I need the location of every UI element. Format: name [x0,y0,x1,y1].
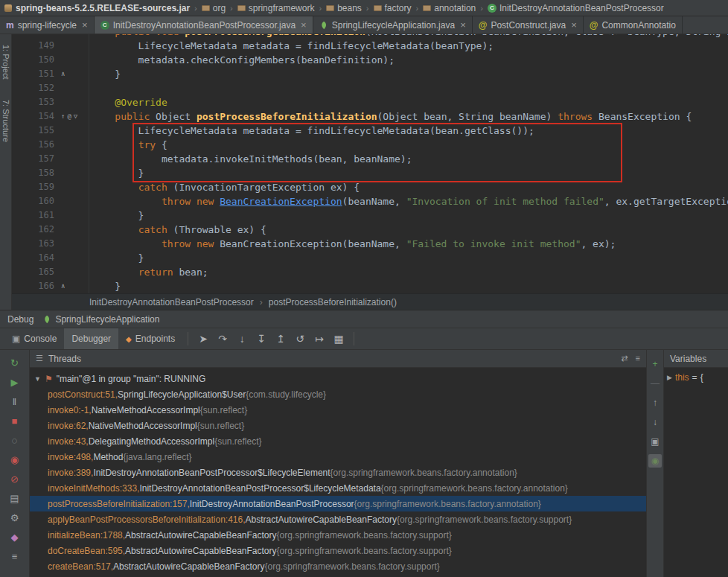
editor-gutter[interactable]: 154↑@▽ [12,109,89,124]
settings-button[interactable]: ⚙ [8,511,22,524]
stop-button[interactable]: ■ [8,414,22,427]
switch-view-icon[interactable]: ⇄ [621,354,628,363]
step-over-button[interactable]: ↷ [213,333,232,345]
breadcrumb-method[interactable]: postProcessBeforeInitialization() [269,297,397,307]
code-text[interactable]: } [89,251,728,265]
debugger-view-tab-endpoints[interactable]: ◆Endpoints [118,328,182,349]
breadcrumb-item[interactable]: beans [326,3,362,13]
editor-gutter[interactable]: 164 [12,251,89,265]
editor-gutter[interactable]: 162 [12,223,89,237]
breadcrumb-item[interactable]: annotation [423,3,476,13]
stack-frame-row[interactable]: invoke0:-1, NativeMethodAccessorImpl {su… [30,402,646,418]
thread-dump-button[interactable]: ▤ [8,491,22,505]
step-out-button[interactable]: ↥ [271,333,290,345]
editor-gutter[interactable]: 151∧ [12,67,89,81]
editor-gutter[interactable]: 159 [12,180,89,194]
editor-gutter[interactable]: 160 [12,194,89,208]
code-text[interactable]: metadata.checkConfigMembers(beanDefiniti… [89,53,728,67]
editor-gutter[interactable]: 161 [12,208,89,223]
debugger-view-tab-debugger[interactable]: Debugger [64,328,118,349]
run-to-cursor-button[interactable]: ↦ [310,333,329,345]
stack-frame-row[interactable]: postConstruct:51, SpringLifecycleApplica… [30,386,646,402]
editor-gutter[interactable]: 152 [12,81,89,95]
code-text[interactable]: } [89,208,728,223]
stack-frame-row[interactable]: postProcessBeforeInitialization:157, Ini… [30,496,646,511]
jar-breadcrumb[interactable]: spring-beans-5.2.5.RELEASE-sources.jar [16,3,190,13]
code-editor[interactable]: 148 public void postProcessMergedBeanDef… [12,34,728,293]
code-text[interactable]: catch (Throwable ex) { [89,223,728,237]
close-icon[interactable]: × [571,19,577,31]
breadcrumb-item[interactable]: org [202,3,226,13]
stack-frame-row[interactable]: doCreateBean:595, AbstractAutowireCapabl… [30,543,646,558]
close-icon[interactable]: × [460,19,466,31]
frame-down-button[interactable]: ↓ [648,415,662,429]
step-into-button[interactable]: ↓ [232,333,252,345]
editor-gutter[interactable]: 158 [12,166,89,180]
project-tool-button[interactable]: 1: Project [1,45,10,79]
view-options-icon[interactable]: ≡ [636,354,640,363]
gutter-icon[interactable]: ↑ [61,109,65,124]
expand-caret-icon[interactable]: ▼ [34,375,41,383]
code-text[interactable]: LifecycleMetadata metadata = findLifecyc… [89,124,728,138]
debug-window-label[interactable]: Debug [7,314,33,325]
editor-gutter[interactable]: 153 [12,95,89,109]
breadcrumb-item[interactable]: factory [374,3,412,13]
stack-frame-row[interactable]: invokeInitMethods:333, InitDestroyAnnota… [30,480,646,496]
add-watch-button[interactable]: + [648,357,662,371]
code-text[interactable]: try { [89,138,728,152]
close-icon[interactable]: × [301,19,307,31]
code-text[interactable]: LifecycleMetadata metadata = findLifecyc… [89,39,728,53]
code-text[interactable]: throw new BeanCreationException(beanName… [89,194,728,208]
debugger-view-tab-console[interactable]: ▣Console [4,328,64,349]
editor-gutter[interactable]: 155 [12,124,89,138]
editor-gutter[interactable]: 150 [12,53,89,67]
thread-row[interactable]: ▼ ⚑ "main"@1 in group "main": RUNNING [30,371,646,386]
variables-title[interactable]: Variables [670,354,706,364]
copy-button[interactable]: ▣ [648,435,662,448]
pause-button[interactable]: ‖ [8,395,22,408]
separator-icon[interactable]: — [648,377,662,390]
code-text[interactable]: } [89,279,728,293]
editor-gutter[interactable]: 165 [12,265,89,279]
editor-gutter[interactable]: 163 [12,237,89,251]
stack-frame-row[interactable]: invoke:43, DelegatingMethodAccessorImpl … [30,433,646,449]
code-text[interactable]: } [89,166,728,180]
editor-tab[interactable]: @PostConstruct.java× [473,16,584,34]
hotswap-button[interactable]: ◆ [8,530,22,543]
editor-tab[interactable]: CInitDestroyAnnotationBeanPostProcessor.… [95,16,313,34]
view-breakpoints-button[interactable]: ◉ [8,453,22,466]
stack-frame-row[interactable]: invoke:498, Method {java.lang.reflect} [30,449,646,465]
drop-frame-button[interactable]: ↺ [290,333,310,345]
editor-tab[interactable]: mspring-lifecycle× [0,16,95,34]
breadcrumb-class[interactable]: InitDestroyAnnotationBeanPostProcessor [89,297,254,307]
code-text[interactable]: return bean; [89,265,728,279]
evaluate-expression-button[interactable]: ▦ [329,333,348,345]
stack-frame-row[interactable]: invoke:62, NativeMethodAccessorImpl {sun… [30,418,646,433]
stack-frame-row[interactable]: invoke:389, InitDestroyAnnotationBeanPos… [30,465,646,480]
code-text[interactable] [89,81,728,95]
breadcrumb-item[interactable]: CInitDestroyAnnotationBeanPostProcessor [488,3,664,13]
editor-gutter[interactable]: 149 [12,39,89,53]
editor-gutter[interactable]: 166∧ [12,279,89,293]
dot-icon[interactable]: ◌ [8,433,22,447]
layout-button[interactable]: ≡ [8,549,22,563]
stack-frame-row[interactable]: initializeBean:1788, AbstractAutowireCap… [30,527,646,543]
code-text[interactable]: catch (InvocationTargetException ex) { [89,180,728,194]
frame-up-button[interactable]: ↑ [648,396,662,409]
gutter-icon[interactable]: ▽ [74,109,77,124]
gutter-icon[interactable]: ∧ [61,279,65,293]
code-text[interactable]: } [89,67,728,81]
editor-tab[interactable]: @CommonAnnotatio [584,16,683,34]
code-text[interactable]: metadata.invokeInitMethods(bean, beanNam… [89,152,728,166]
rerun-button[interactable]: ↻ [8,356,22,369]
editor-tab[interactable]: SpringLifecycleApplication.java× [313,16,473,34]
code-text[interactable]: throw new BeanCreationException(beanName… [89,237,728,251]
editor-gutter[interactable]: 156 [12,138,89,152]
structure-tool-button[interactable]: 7: Structure [1,100,10,142]
resume-button[interactable]: ▶ [8,375,22,389]
stack-frame-row[interactable]: createBean:517, AbstractAutowireCapableB… [30,558,646,574]
show-execution-point-button[interactable]: ➤ [194,333,213,345]
capture-button[interactable]: ◉ [648,454,662,468]
breadcrumb-item[interactable]: springframework [237,3,315,13]
mute-breakpoints-button[interactable]: ⊘ [8,472,22,485]
